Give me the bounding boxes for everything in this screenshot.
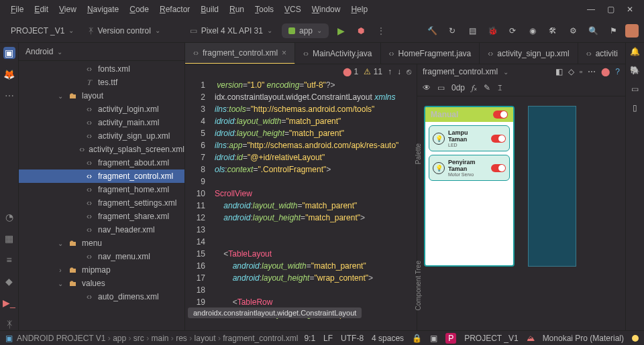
down-arrow-icon[interactable]: ↓ xyxy=(397,67,401,76)
gradle-icon[interactable]: 🐘 xyxy=(630,66,640,75)
design-file-label[interactable]: fragment_control.xml xyxy=(423,67,498,76)
menu-build[interactable]: Build xyxy=(195,2,224,17)
menu-window[interactable]: Window xyxy=(307,2,346,17)
issue-icon[interactable]: ⬤ xyxy=(601,67,610,76)
filters-icon[interactable]: ≡ xyxy=(3,254,15,266)
run-config-selector[interactable]: app⌄ xyxy=(282,23,329,38)
breadcrumb-item[interactable]: app xyxy=(113,334,126,343)
project-dropdown[interactable]: PROJECT _V1⌄ xyxy=(5,23,79,38)
tree-row[interactable]: ‹›nav_header.xml xyxy=(19,223,184,236)
more-run-icon[interactable]: ⋮ xyxy=(373,23,389,39)
tree-row[interactable]: ‹›activity_splash_screen.xml xyxy=(19,143,184,156)
editor-tab[interactable]: ‹›MainActivity.java xyxy=(295,43,380,64)
assistant-icon[interactable]: ◉ xyxy=(525,23,541,39)
close-icon[interactable]: ✕ xyxy=(627,5,633,14)
project-label[interactable]: PROJECT _V1 xyxy=(464,334,518,343)
device-manager-icon[interactable]: ▭ xyxy=(631,84,639,94)
tree-row[interactable]: ‹›fragment_settings.xml xyxy=(19,196,184,210)
more-icon[interactable]: ⋯ xyxy=(588,67,596,76)
menu-refactor[interactable]: Refactor xyxy=(154,2,195,17)
magic-icon[interactable]: 𝑓ₓ xyxy=(472,83,477,92)
terminal-icon[interactable]: ▶_ xyxy=(3,297,15,309)
emulator-icon[interactable]: ▯ xyxy=(633,103,637,113)
vcs-dropdown[interactable]: ᛡ Version control⌄ xyxy=(83,23,165,38)
vcs-tool-icon[interactable]: ᛡ xyxy=(3,318,15,330)
blueprint-preview[interactable] xyxy=(528,106,576,267)
tree-row[interactable]: ⌄🖿values xyxy=(19,277,184,290)
run-button[interactable]: ▶ xyxy=(333,23,349,39)
wand-icon[interactable]: ✎ xyxy=(484,83,490,92)
gauge-icon[interactable]: ◔ xyxy=(3,211,15,223)
menu-file[interactable]: File xyxy=(5,2,29,17)
palette-tab[interactable]: Palette xyxy=(415,143,422,164)
tree-row[interactable]: ‹›activity_main.xml xyxy=(19,116,184,129)
profiler-icon[interactable]: ⟳ xyxy=(504,23,521,39)
breadcrumb-item[interactable]: res xyxy=(176,334,187,343)
project-badge[interactable]: P xyxy=(445,333,456,344)
editor-tab[interactable]: ‹›fragment_control.xml× xyxy=(185,43,295,64)
code-editor[interactable]: ⬤ 1 ⚠ 11 ↑ ↓ ⎋ 1234567891011121314151617… xyxy=(185,64,417,330)
inspect-icon[interactable]: ⎋ xyxy=(407,67,411,76)
editor-tab[interactable]: ‹›activity_sign_up.xml xyxy=(480,43,578,64)
device-icon[interactable]: ▭ xyxy=(437,83,445,92)
menu-help[interactable]: Help xyxy=(345,2,373,17)
component-tree-tab[interactable]: Component Tree xyxy=(415,261,422,311)
menu-code[interactable]: Code xyxy=(124,2,154,17)
caret-position[interactable]: 9:1 xyxy=(304,334,315,343)
avd-icon[interactable]: ▤ xyxy=(464,23,480,39)
tree-row[interactable]: ‹›fragment_home.xml xyxy=(19,183,184,196)
layers-icon[interactable]: ▦ xyxy=(3,232,15,245)
editor-tab[interactable]: ‹›activiti xyxy=(578,43,625,64)
menu-view[interactable]: View xyxy=(54,2,82,17)
search-icon[interactable]: 🔍 xyxy=(585,23,601,39)
warning-count-icon[interactable]: ⚠ 11 xyxy=(364,67,382,76)
maximize-icon[interactable]: ▢ xyxy=(607,5,614,14)
debug-button[interactable]: ⬢ xyxy=(353,23,369,39)
tree-header[interactable]: Android⌄ xyxy=(19,43,184,61)
menu-edit[interactable]: Edit xyxy=(29,2,54,17)
zoom-label[interactable]: 0dp xyxy=(451,83,465,92)
up-arrow-icon[interactable]: ↑ xyxy=(388,67,392,76)
breadcrumb-item[interactable]: main xyxy=(152,334,169,343)
rotate-icon[interactable]: ◇ xyxy=(568,67,574,76)
menu-tools[interactable]: Tools xyxy=(250,2,279,17)
breadcrumb-item[interactable]: ANDROID PROJECT V1 xyxy=(17,334,105,343)
line-ending[interactable]: LF xyxy=(323,334,333,343)
avatar[interactable] xyxy=(625,24,639,38)
error-count-icon[interactable]: ⬤ 1 xyxy=(343,67,358,76)
menu-run[interactable]: Run xyxy=(224,2,250,17)
bookmark-icon[interactable]: ◆ xyxy=(3,275,15,287)
status-indicator[interactable] xyxy=(632,335,639,342)
options-icon[interactable]: ▫ xyxy=(580,67,582,76)
device-selector[interactable]: ▭ Pixel 4 XL API 31⌄ xyxy=(184,23,278,38)
tree-row[interactable]: 𝑇tes.ttf xyxy=(19,76,184,89)
minimize-icon[interactable]: — xyxy=(587,5,595,14)
tree-row[interactable]: ⌄🖿layout xyxy=(19,89,184,102)
cursor-icon[interactable]: 𝙸 xyxy=(497,83,502,92)
tree-row[interactable]: ⌄🖿menu xyxy=(19,236,184,250)
help-icon[interactable]: ? xyxy=(615,67,620,76)
layers-icon[interactable]: ◧ xyxy=(555,67,563,76)
design-preview[interactable]: Manual 💡Lampu TamanLED💡Penyiram TamanMot… xyxy=(424,106,515,267)
more-tool-icon[interactable]: ⋯ xyxy=(3,90,15,102)
tree-row[interactable]: ›🖿mipmap xyxy=(19,263,184,277)
tree-row[interactable]: ‹›nav_menu.xml xyxy=(19,250,184,263)
indent-info[interactable]: 4 spaces xyxy=(372,334,404,343)
tree-row[interactable]: ‹›auto_dimens.xml xyxy=(19,290,184,303)
breadcrumb-item[interactable]: src xyxy=(133,334,144,343)
tree-row[interactable]: ‹›fragment_share.xml xyxy=(19,210,184,223)
sync-icon[interactable]: ↻ xyxy=(444,23,460,39)
tools-icon[interactable]: 🛠 xyxy=(545,23,561,39)
build-icon[interactable]: 🔨 xyxy=(424,23,440,39)
project-tool-icon[interactable]: ▣ xyxy=(3,47,15,59)
structure-tool-icon[interactable]: 🦊 xyxy=(3,68,15,80)
gear-icon[interactable]: ⚙ xyxy=(565,23,581,39)
tree-row[interactable]: ‹›fragment_control.xml xyxy=(19,169,184,183)
close-tab-icon[interactable]: × xyxy=(282,48,286,58)
eye-icon[interactable]: 👁 xyxy=(423,83,431,92)
book-icon[interactable]: ▣ xyxy=(430,334,437,343)
notifications-tool-icon[interactable]: 🔔 xyxy=(630,47,640,56)
code-breadcrumb[interactable]: androidx.constraintlayout.widget.Constra… xyxy=(188,307,362,318)
theme-label[interactable]: Monokai Pro (Material) xyxy=(543,334,624,343)
readonly-icon[interactable]: 🔒 xyxy=(412,334,422,343)
